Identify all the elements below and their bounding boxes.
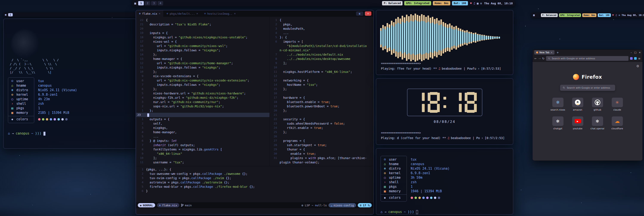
line-number: 10 bbox=[136, 156, 146, 160]
settings-gear-icon[interactable]: ⚙ bbox=[480, 2, 482, 5]
shortcut-search.nixos[interactable]: ❄search.nixos bbox=[549, 98, 567, 111]
tab-close-icon[interactable]: × bbox=[550, 51, 552, 54]
code-text: "${modulesPath}/installer/cd-dvd/install… bbox=[280, 44, 367, 48]
tab-close-icon[interactable]: × bbox=[234, 12, 236, 15]
url-bar[interactable]: Search with Google or enter address bbox=[546, 56, 628, 61]
search-input[interactable]: Search with Google or enter address bbox=[560, 85, 615, 91]
shortcut-youtube[interactable]: ▶youtube bbox=[568, 116, 587, 130]
refresh-button[interactable]: ↻ bbox=[542, 57, 544, 60]
tab-hostsisoImag..[interactable]: ❄hosts/isoImag..× bbox=[201, 10, 239, 17]
stars bbox=[0, 0, 0, 1]
code-text: url = "github:nix-community/home-manager… bbox=[146, 61, 233, 65]
close-window-button[interactable]: × bbox=[365, 12, 371, 16]
code-line: "${modulesPath}/installer/cd-dvd/install… bbox=[270, 44, 374, 48]
shortcut-github[interactable]: github bbox=[588, 98, 607, 111]
close-button[interactable]: × bbox=[639, 51, 641, 54]
music-icon[interactable]: ♫ bbox=[473, 2, 475, 5]
code-text: plugins = with pkgs.xfce; [thunar-archiv… bbox=[280, 156, 367, 160]
shortcut-chat.openai[interactable]: ✻chat.openai bbox=[588, 116, 607, 130]
line-number: 5 bbox=[136, 91, 146, 96]
line-number: 6 bbox=[136, 139, 146, 143]
ascii-art-line: |/ \\ \__\\ \| bbox=[8, 70, 132, 74]
new-tab-button[interactable]: + bbox=[556, 51, 560, 54]
menu-icon[interactable]: ▦ bbox=[533, 14, 535, 17]
menu-icon[interactable]: ▦ bbox=[134, 2, 136, 5]
shell-prompt[interactable]: ⌂ → canopus ~ ))) bbox=[380, 210, 508, 214]
back-button[interactable]: ← bbox=[534, 57, 537, 60]
personalize-gear-icon[interactable]: ⚙ bbox=[636, 64, 639, 68]
maximize-button[interactable]: □ bbox=[634, 51, 636, 54]
palette-dot bbox=[426, 196, 428, 199]
browser-tab[interactable]: New Tab × bbox=[534, 50, 554, 55]
code-text: self, bbox=[146, 121, 162, 126]
heart-icon[interactable]: ♥ bbox=[470, 2, 472, 5]
tray-grid-icon[interactable]: ▦ bbox=[477, 2, 478, 5]
hname-icon: ⌂ bbox=[383, 162, 387, 166]
gpu-badge[interactable]: GPU: Integrated bbox=[404, 1, 431, 6]
track-progress: =====================> bbox=[381, 62, 421, 65]
cava-bar bbox=[436, 18, 438, 57]
nixos-icon: ❄ bbox=[556, 100, 560, 105]
minimize-button[interactable]: – bbox=[631, 51, 632, 54]
network-latency-badge[interactable]: Home: 8ms bbox=[433, 1, 450, 6]
shortcut-cloudflare[interactable]: ☁cloudflare bbox=[608, 116, 626, 130]
lsp-status: ⚙ LSP ~ null-ls bbox=[302, 204, 327, 207]
code-line: 23 bbox=[136, 113, 270, 117]
pane-iso-default-nix[interactable]: 1{2 pkgs,3 modulesPath,4 ...5}: {6 impor… bbox=[270, 17, 374, 166]
tab-close-icon[interactable]: × bbox=[196, 12, 198, 15]
palette-dot bbox=[50, 118, 52, 120]
code-text: } bbox=[146, 189, 148, 193]
battery-badge[interactable]: Bat: 100 bbox=[452, 1, 468, 6]
cloud bbox=[523, 200, 644, 215]
shell-prompt[interactable]: ⌂ → canopus ~ ))) bbox=[8, 131, 132, 136]
tab-pkgsdefault...[interactable]: ❄pkgs/default...× bbox=[164, 10, 201, 17]
forward-button[interactable]: → bbox=[538, 57, 541, 60]
menu-icon[interactable]: ▦ bbox=[5, 13, 6, 16]
shortcut-chatgpt[interactable]: ✻chatgpt bbox=[549, 116, 567, 130]
code-line: 22 security = { bbox=[270, 117, 374, 121]
pkgs-icon: ▤ bbox=[383, 184, 387, 189]
shortcut-label: chat.openai bbox=[590, 127, 604, 130]
cava-bar bbox=[384, 26, 386, 49]
shortcut-amazon[interactable]: aamazon bbox=[568, 98, 587, 111]
shortcut-claude[interactable]: ✳claude bbox=[608, 98, 626, 111]
cava-bar bbox=[393, 22, 394, 53]
fetch-row-kernel: ⚙kernel bbox=[383, 171, 404, 175]
cava-bar bbox=[447, 24, 448, 51]
settings-gear-icon[interactable]: ⚙ bbox=[618, 14, 620, 17]
cava-bar bbox=[400, 19, 401, 57]
battery-badge[interactable]: Bat: 100 bbox=[598, 13, 611, 17]
code-text: nixpkgs.url = "github:nixos/nixpkgs/nixo… bbox=[146, 35, 248, 40]
heart-icon[interactable]: ♥ bbox=[612, 14, 614, 17]
extension-icon[interactable] bbox=[630, 57, 632, 60]
line-number: 12 bbox=[136, 61, 146, 65]
fetch-row-user: ☺user bbox=[383, 157, 404, 162]
network-latency-badge[interactable]: Home: 6ms bbox=[582, 13, 596, 17]
workspace-tag-4[interactable]: 4 bbox=[158, 1, 163, 6]
distro-icon: ❄ bbox=[383, 166, 387, 171]
workspace-tag-2[interactable]: 2 bbox=[145, 1, 150, 6]
power-profile-badge[interactable]: P: Balanced bbox=[382, 1, 402, 6]
clock-digit-8 bbox=[428, 92, 440, 113]
tab-close-icon[interactable]: × bbox=[159, 12, 160, 15]
gpu-badge[interactable]: GPU: Integrated bbox=[559, 13, 581, 17]
music-icon[interactable]: ♫ bbox=[615, 14, 617, 17]
line-number: 6 bbox=[136, 87, 146, 91]
workspace-tags: 1234 bbox=[138, 1, 163, 6]
workspace-tag-1[interactable]: 1 bbox=[138, 1, 144, 6]
code-line: 5 firefox-mod-blur = pkgs.callPackage ./… bbox=[136, 184, 374, 189]
home-icon: ⌂ bbox=[380, 210, 382, 214]
code-text: plugin thunar-volman]; bbox=[280, 160, 320, 164]
tab-flake.nix[interactable]: ❄flake.nix× bbox=[136, 10, 164, 17]
line-number: 14 bbox=[270, 83, 280, 87]
pane-pkgs-default-nix[interactable]: 1{pkgs, ...}: {2 tux-awesome-wm-config =… bbox=[136, 166, 374, 202]
workspace-tag-3[interactable]: 3 bbox=[151, 1, 157, 6]
power-profile-badge[interactable]: P: Balanced bbox=[541, 13, 558, 17]
menu-button[interactable]: ≡ bbox=[638, 57, 640, 60]
pane-flake-nix[interactable]: 22{21 description = "tux's NixOS Flake";… bbox=[136, 17, 270, 166]
extension-icon[interactable] bbox=[634, 57, 637, 60]
line-number: 7 bbox=[136, 143, 146, 147]
workspace-tag-1[interactable]: 1 bbox=[8, 13, 13, 16]
panel-toggle-button[interactable]: ◐ bbox=[356, 12, 363, 16]
code-text: sops-nix.url = "github:Mic92/sops-nix"; bbox=[146, 104, 224, 108]
